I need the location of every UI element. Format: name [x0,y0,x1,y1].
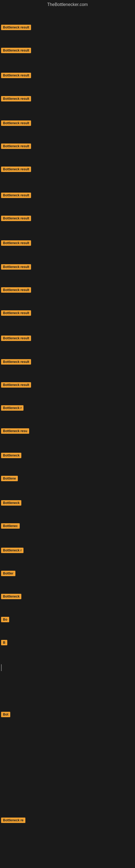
bottleneck-badge[interactable]: Bot [1,712,10,717]
list-item: Bottleneck r [1,548,24,554]
list-item: Bottleneck [1,500,21,507]
bottleneck-badge[interactable]: Bottleneck result [1,382,31,388]
bottleneck-badge[interactable]: Bottleneck result [1,25,31,30]
bottleneck-badge[interactable]: Bottleneck result [1,287,31,293]
list-item: Bottlene [1,476,18,482]
list-item: Bottler [1,571,15,577]
list-item: Bottleneck result [1,382,31,389]
bottleneck-badge[interactable]: Bottleneck result [1,144,31,149]
site-title: TheBottlenecker.com [0,0,135,9]
list-item: Bottleneck result [1,240,31,247]
bottleneck-badge[interactable]: Bottleneck result [1,264,31,270]
bottleneck-badge[interactable]: Bottleneck result [1,96,31,101]
bottleneck-badge[interactable]: Bottleneck [1,594,21,599]
bottleneck-badge[interactable]: Bottleneck result [1,48,31,53]
bottleneck-badge[interactable]: Bottleneck result [1,359,31,365]
list-item: B [1,640,7,646]
list-item: Bottleneck result [1,48,31,54]
list-item: Bot [1,712,10,718]
list-item: Bottleneck result [1,120,31,127]
site-title-bar: TheBottlenecker.com [0,0,135,9]
bottleneck-badge[interactable]: Bottleneck [1,453,21,458]
list-item: Bottleneck result [1,359,31,366]
bottleneck-badge[interactable]: Bottleneck result [1,166,31,172]
bottleneck-badge[interactable]: Bottlene [1,476,18,481]
list-item: Bottleneck re [1,817,26,824]
list-item: Bottleneck result [1,287,31,294]
list-item: Bottleneck resu [1,428,29,435]
bottleneck-badge[interactable]: B [1,640,7,645]
list-item: Bottleneck result [1,336,31,342]
bottleneck-badge[interactable]: Bottleneck result [1,193,31,198]
cursor-line [1,664,2,671]
list-item: Bottleneck [1,453,21,459]
list-item: Bottleneck result [1,166,31,173]
list-item: Bottleneck result [1,25,31,31]
list-item: Bottleneck result [1,264,31,271]
list-item: Bottleneck result [1,216,31,222]
bottleneck-badge[interactable]: Bottleneck re [1,817,26,823]
list-item: Bottleneck result [1,73,31,79]
bottleneck-badge[interactable]: Bottleneck r [1,548,24,553]
list-item: Bottleneck result [1,144,31,150]
bottleneck-badge[interactable]: Bottleneck r [1,405,24,411]
bottleneck-badge[interactable]: Bottleneck resu [1,428,29,434]
bottleneck-badge[interactable]: Bottleneck result [1,336,31,341]
bottleneck-badge[interactable]: Bottleneck result [1,310,31,316]
bottleneck-badge[interactable]: Bo [1,617,9,622]
bottleneck-badge[interactable]: Bottleneck result [1,216,31,221]
list-item: Bottlenec [1,523,20,530]
bottleneck-badge[interactable]: Bottleneck result [1,73,31,78]
list-item: Bottleneck result [1,96,31,102]
bottleneck-badge[interactable]: Bottleneck [1,500,21,506]
list-item: Bo [1,617,9,623]
bottleneck-badge[interactable]: Bottleneck result [1,120,31,126]
list-item: Bottleneck result [1,310,31,317]
bottleneck-badge[interactable]: Bottler [1,571,15,576]
bottleneck-badge[interactable]: Bottleneck result [1,240,31,246]
list-item: Bottleneck [1,594,21,600]
bottleneck-list: Bottleneck resultBottleneck resultBottle… [0,9,135,868]
list-item: Bottleneck r [1,405,24,412]
list-item: Bottleneck result [1,193,31,199]
bottleneck-badge[interactable]: Bottlenec [1,523,20,529]
